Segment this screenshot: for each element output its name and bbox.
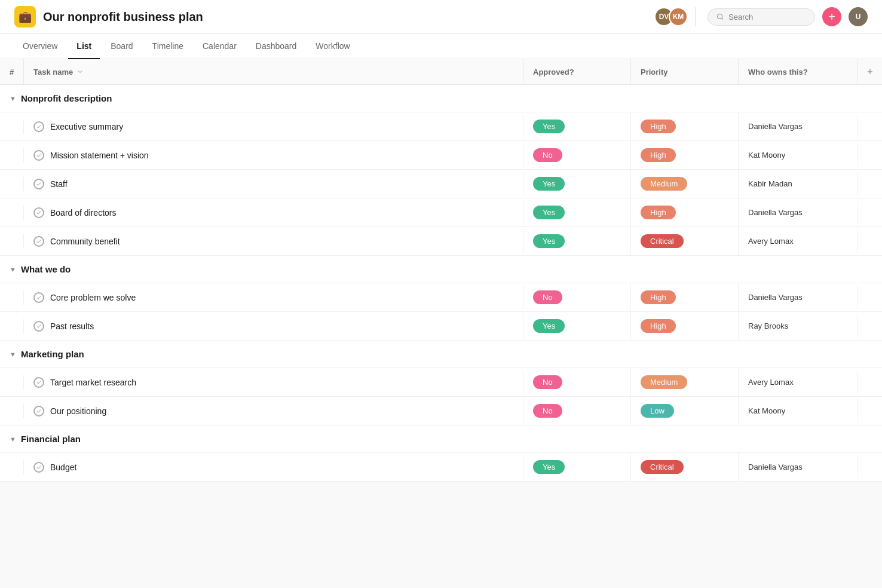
approved-badge: No bbox=[533, 148, 562, 162]
check-icon bbox=[33, 236, 44, 247]
row-task[interactable]: Staff bbox=[24, 172, 523, 197]
tab-dashboard[interactable]: Dashboard bbox=[247, 34, 305, 59]
owner-name: Daniella Vargas bbox=[748, 293, 803, 302]
row-approved: Yes bbox=[523, 227, 631, 255]
row-number bbox=[0, 404, 24, 418]
tab-calendar[interactable]: Calendar bbox=[194, 34, 245, 59]
tab-timeline[interactable]: Timeline bbox=[144, 34, 192, 59]
row-task[interactable]: Past results bbox=[24, 314, 523, 339]
check-icon bbox=[33, 207, 44, 218]
owner-name: Ray Brooks bbox=[748, 321, 788, 330]
check-icon bbox=[33, 179, 44, 189]
approved-badge: No bbox=[533, 375, 562, 389]
row-task[interactable]: Budget bbox=[24, 455, 523, 480]
row-add bbox=[858, 290, 882, 305]
check-icon bbox=[33, 406, 44, 416]
section-header-nonprofit-description[interactable]: ▼ Nonprofit description bbox=[0, 85, 882, 112]
priority-badge: High bbox=[641, 120, 676, 133]
task-row: Executive summary Yes High Daniella Varg… bbox=[0, 112, 882, 141]
row-task[interactable]: Core problem we solve bbox=[24, 285, 523, 310]
section-label: Nonprofit description bbox=[21, 93, 112, 103]
row-add bbox=[858, 460, 882, 474]
task-row: Past results Yes High Ray Brooks bbox=[0, 312, 882, 341]
row-add bbox=[858, 375, 882, 390]
row-approved: Yes bbox=[523, 170, 631, 198]
search-input[interactable] bbox=[728, 13, 806, 22]
row-add bbox=[858, 206, 882, 220]
section-header-what-we-do[interactable]: ▼ What we do bbox=[0, 256, 882, 283]
row-task[interactable]: Target market research bbox=[24, 370, 523, 395]
row-priority: High bbox=[631, 198, 739, 226]
check-icon bbox=[33, 462, 44, 473]
avatar-group: DV KM bbox=[654, 7, 683, 26]
owner-name: Kat Moony bbox=[748, 406, 785, 415]
divider bbox=[695, 7, 696, 26]
row-task[interactable]: Our positioning bbox=[24, 399, 523, 424]
owner-name: Daniella Vargas bbox=[748, 208, 803, 217]
task-row: Mission statement + vision No High Kat M… bbox=[0, 141, 882, 170]
col-approved: Approved? bbox=[523, 59, 631, 84]
owner-name: Avery Lomax bbox=[748, 378, 794, 387]
nav-tabs: Overview List Board Timeline Calendar Da… bbox=[0, 34, 882, 59]
col-number: # bbox=[0, 59, 24, 84]
row-add bbox=[858, 120, 882, 134]
row-add bbox=[858, 404, 882, 418]
tab-overview[interactable]: Overview bbox=[14, 34, 66, 59]
approved-badge: Yes bbox=[533, 319, 565, 333]
check-icon bbox=[33, 377, 44, 388]
add-button[interactable]: + bbox=[822, 7, 841, 26]
row-approved: No bbox=[523, 283, 631, 311]
col-owner: Who owns this? bbox=[739, 59, 858, 84]
row-approved: Yes bbox=[523, 453, 631, 481]
search-icon bbox=[716, 13, 724, 21]
tab-list[interactable]: List bbox=[68, 34, 100, 59]
section-header-marketing-plan[interactable]: ▼ Marketing plan bbox=[0, 341, 882, 368]
task-name: Budget bbox=[50, 463, 76, 472]
row-task[interactable]: Mission statement + vision bbox=[24, 143, 523, 168]
table-header: # Task name Approved? Priority Who owns … bbox=[0, 59, 882, 85]
row-add bbox=[858, 177, 882, 191]
row-approved: No bbox=[523, 141, 631, 169]
svg-line-1 bbox=[721, 18, 722, 19]
priority-badge: High bbox=[641, 319, 676, 333]
row-priority: Low bbox=[631, 397, 739, 425]
task-name: Our positioning bbox=[50, 406, 106, 416]
row-approved: Yes bbox=[523, 198, 631, 226]
owner-name: Kabir Madan bbox=[748, 179, 792, 188]
user-avatar: U bbox=[849, 7, 868, 26]
section-label: What we do bbox=[21, 264, 71, 274]
tab-workflow[interactable]: Workflow bbox=[307, 34, 358, 59]
task-row: Community benefit Yes Critical Avery Lom… bbox=[0, 227, 882, 256]
svg-point-0 bbox=[718, 14, 722, 19]
row-task[interactable]: Community benefit bbox=[24, 229, 523, 254]
check-icon bbox=[33, 321, 44, 332]
row-number bbox=[0, 460, 24, 474]
section-header-financial-plan[interactable]: ▼ Financial plan bbox=[0, 425, 882, 453]
task-name: Past results bbox=[50, 321, 94, 331]
search-box[interactable] bbox=[708, 8, 815, 26]
priority-badge: Low bbox=[641, 404, 674, 418]
row-number bbox=[0, 120, 24, 134]
priority-badge: Medium bbox=[641, 375, 687, 389]
owner-name: Daniella Vargas bbox=[748, 463, 803, 471]
row-task[interactable]: Executive summary bbox=[24, 114, 523, 139]
row-owner: Kat Moony bbox=[739, 143, 858, 167]
priority-badge: Critical bbox=[641, 234, 684, 248]
row-owner: Daniella Vargas bbox=[739, 455, 858, 479]
row-owner: Avery Lomax bbox=[739, 229, 858, 253]
task-row: Our positioning No Low Kat Moony bbox=[0, 397, 882, 425]
approved-badge: Yes bbox=[533, 120, 565, 133]
row-priority: Critical bbox=[631, 227, 739, 255]
tab-board[interactable]: Board bbox=[102, 34, 141, 59]
task-name: Staff bbox=[50, 179, 68, 189]
approved-badge: Yes bbox=[533, 206, 565, 219]
add-column-button[interactable]: + bbox=[858, 59, 882, 84]
row-priority: Medium bbox=[631, 170, 739, 198]
row-owner: Daniella Vargas bbox=[739, 115, 858, 138]
row-task[interactable]: Board of directors bbox=[24, 200, 523, 225]
task-name: Target market research bbox=[50, 378, 136, 387]
row-approved: Yes bbox=[523, 112, 631, 140]
section-label: Marketing plan bbox=[21, 349, 84, 359]
row-number bbox=[0, 177, 24, 191]
row-add bbox=[858, 319, 882, 333]
